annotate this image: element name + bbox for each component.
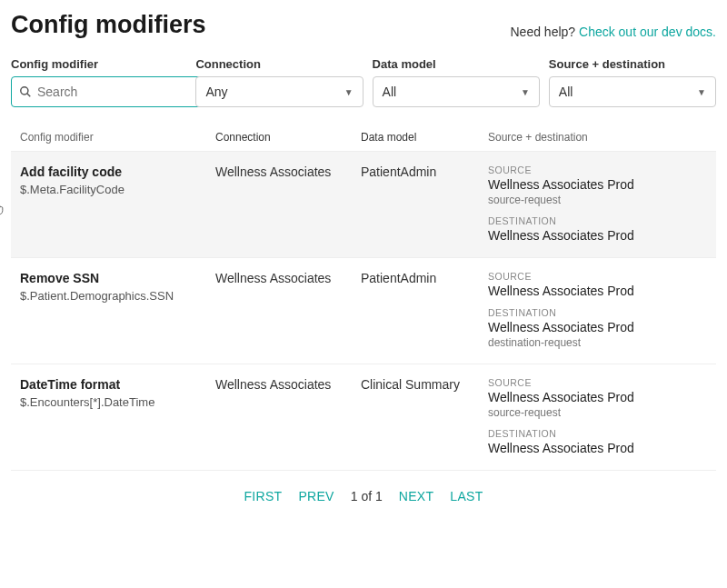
- filter-label-source-dest: Source + destination: [549, 57, 716, 71]
- cell-modifier: DateTime format$.Encounters[*].DateTime: [20, 377, 215, 455]
- source-label: SOURCE: [488, 377, 707, 388]
- source-label: SOURCE: [488, 164, 707, 175]
- source-label: SOURCE: [488, 271, 707, 282]
- filter-label-connection: Connection: [195, 57, 363, 71]
- filters-bar: Config modifier Connection Any ▼ Data mo…: [11, 57, 716, 107]
- connection-select-value: Any: [205, 85, 227, 99]
- destination-sub: destination-request: [488, 336, 707, 349]
- destination-section: DESTINATIONWellness Associates Prod: [488, 428, 707, 455]
- pagination-last[interactable]: LAST: [450, 489, 483, 503]
- svg-line-1: [27, 94, 31, 97]
- source-dest-select[interactable]: All ▼: [549, 76, 716, 107]
- modifier-path: $.Encounters[*].DateTime: [20, 395, 215, 409]
- modifier-path: $.Meta.FacilityCode: [20, 183, 215, 196]
- source-dest-select-value: All: [559, 85, 573, 99]
- table-header: Config modifier Connection Data model So…: [11, 124, 716, 152]
- help-link[interactable]: Check out our dev docs.: [579, 25, 716, 39]
- col-header-source-dest: Source + destination: [488, 131, 707, 144]
- data-model-select-value: All: [383, 85, 397, 99]
- modifier-name: Remove SSN: [20, 271, 215, 285]
- cell-modifier: Remove SSN$.Patient.Demographics.SSN: [20, 271, 215, 349]
- chevron-down-icon: ▼: [697, 87, 706, 97]
- search-input[interactable]: [32, 85, 196, 99]
- help-prefix: Need help?: [511, 25, 580, 39]
- search-icon: [19, 85, 32, 98]
- pagination-info: 1 of 1: [351, 489, 383, 503]
- cell-data-model: Clinical Summary: [361, 377, 488, 455]
- page-title: Config modifiers: [11, 11, 206, 39]
- table-row[interactable]: Remove SSN$.Patient.Demographics.SSNWell…: [11, 258, 716, 364]
- pagination: FIRST PREV 1 of 1 NEXT LAST: [11, 471, 716, 522]
- search-input-wrap[interactable]: [11, 76, 204, 107]
- source-section: SOURCEWellness Associates Prod: [488, 271, 707, 298]
- source-value: Wellness Associates Prod: [488, 177, 707, 192]
- source-section: SOURCEWellness Associates Prodsource-req…: [488, 164, 707, 206]
- source-sub: source-request: [488, 406, 707, 419]
- cell-source-dest: SOURCEWellness Associates Prodsource-req…: [488, 377, 707, 455]
- destination-section: DESTINATIONWellness Associates Prod: [488, 215, 707, 243]
- table-row[interactable]: Add facility code$.Meta.FacilityCodeWell…: [11, 152, 716, 258]
- source-value: Wellness Associates Prod: [488, 390, 707, 404]
- filter-label-config-modifier: Config modifier: [11, 57, 186, 71]
- cell-modifier: Add facility code$.Meta.FacilityCode: [20, 164, 215, 243]
- modifier-path: $.Patient.Demographics.SSN: [20, 289, 215, 303]
- col-header-data-model: Data model: [361, 131, 488, 144]
- source-sub: source-request: [488, 194, 707, 206]
- destination-label: DESTINATION: [488, 307, 707, 318]
- modifier-name: DateTime format: [20, 377, 215, 392]
- destination-value: Wellness Associates Prod: [488, 441, 707, 455]
- col-header-modifier: Config modifier: [20, 131, 215, 144]
- help-text: Need help? Check out our dev docs.: [511, 25, 717, 39]
- destination-value: Wellness Associates Prod: [488, 320, 707, 334]
- cell-data-model: PatientAdmin: [361, 271, 488, 349]
- cell-connection: Wellness Associates: [215, 164, 361, 243]
- source-section: SOURCEWellness Associates Prodsource-req…: [488, 377, 707, 419]
- cell-connection: Wellness Associates: [215, 271, 361, 349]
- cell-source-dest: SOURCEWellness Associates ProdDESTINATIO…: [488, 271, 707, 349]
- col-header-connection: Connection: [215, 131, 361, 144]
- cell-data-model: PatientAdmin: [361, 164, 488, 243]
- connection-select[interactable]: Any ▼: [195, 76, 363, 107]
- pagination-prev[interactable]: PREV: [298, 489, 334, 503]
- table-row[interactable]: DateTime format$.Encounters[*].DateTimeW…: [11, 364, 716, 471]
- pagination-next[interactable]: NEXT: [399, 489, 434, 503]
- data-model-select[interactable]: All ▼: [373, 76, 540, 107]
- source-value: Wellness Associates Prod: [488, 284, 707, 298]
- cursor-icon: [0, 205, 5, 219]
- pagination-first[interactable]: FIRST: [244, 489, 282, 503]
- destination-section: DESTINATIONWellness Associates Proddesti…: [488, 307, 707, 349]
- destination-value: Wellness Associates Prod: [488, 228, 707, 243]
- cell-source-dest: SOURCEWellness Associates Prodsource-req…: [488, 164, 707, 243]
- chevron-down-icon: ▼: [521, 87, 530, 97]
- destination-label: DESTINATION: [488, 428, 707, 439]
- modifiers-table: Config modifier Connection Data model So…: [11, 124, 716, 471]
- cell-connection: Wellness Associates: [215, 377, 361, 455]
- svg-point-0: [21, 87, 28, 95]
- destination-label: DESTINATION: [488, 215, 707, 226]
- filter-label-data-model: Data model: [373, 57, 540, 71]
- chevron-down-icon: ▼: [344, 87, 354, 97]
- modifier-name: Add facility code: [20, 164, 215, 179]
